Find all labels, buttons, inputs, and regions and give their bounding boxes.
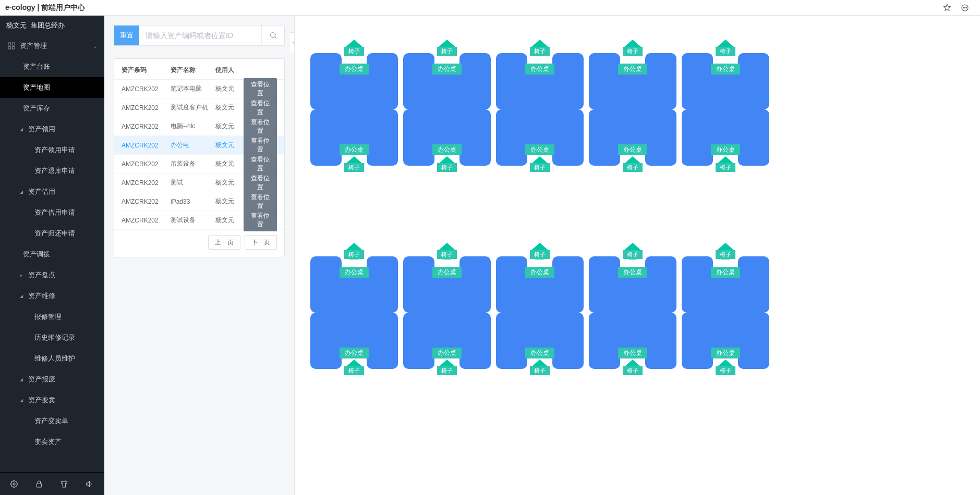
reset-button[interactable]: 重置 — [114, 26, 139, 45]
workstation[interactable]: 椅子办公桌 — [682, 42, 769, 109]
map-canvas[interactable]: 椅子办公桌椅子办公桌椅子办公桌椅子办公桌椅子办公桌椅子办公桌椅子办公桌椅子办公桌… — [294, 16, 980, 495]
workstation[interactable]: 椅子办公桌 — [682, 109, 769, 177]
svg-rect-7 — [12, 46, 15, 49]
desk-label: 办公桌 — [618, 144, 647, 155]
nav-item-2[interactable]: 资产库存 — [0, 98, 104, 119]
volume-icon[interactable] — [84, 479, 94, 489]
nav-item-16[interactable]: ◢资产变卖 — [0, 390, 104, 411]
search-input[interactable] — [139, 26, 261, 45]
workstation[interactable]: 椅子办公桌 — [496, 109, 584, 177]
desk-label: 办公桌 — [340, 348, 369, 358]
caret-down-icon: ◢ — [18, 294, 25, 299]
nav-item-18[interactable]: 变卖资产 — [0, 431, 104, 452]
nav-item-10[interactable]: ▸资产盘点 — [0, 265, 104, 286]
chair-label: 椅子 — [623, 47, 643, 56]
workstation[interactable]: 椅子办公桌 — [403, 42, 491, 109]
nav-item-6[interactable]: ◢资产借用 — [0, 181, 104, 202]
chair-label: 椅子 — [344, 163, 364, 172]
cell-user: 杨文元 — [215, 103, 244, 112]
nav-item-label: 资产领用 — [28, 125, 55, 134]
header-user: 使用人 — [215, 66, 244, 75]
nav-item-15[interactable]: ◢资产报废 — [0, 369, 104, 390]
workstation[interactable]: 椅子办公桌 — [589, 245, 676, 313]
table-row[interactable]: AMZCRK202吊装设备杨文元查看位置 — [114, 155, 284, 174]
desk-label: 办公桌 — [711, 267, 740, 278]
workstation[interactable]: 椅子办公桌 — [403, 245, 491, 313]
svg-point-10 — [270, 33, 275, 38]
chair-label: 椅子 — [344, 366, 364, 375]
workstation[interactable]: 椅子办公桌 — [310, 109, 398, 177]
more-icon[interactable] — [960, 3, 970, 13]
workstation[interactable]: 椅子办公桌 — [403, 313, 491, 380]
workstation[interactable]: 椅子办公桌 — [496, 313, 584, 380]
nav-item-label: 资产维修 — [28, 291, 55, 301]
table-row[interactable]: AMZCRK202测试度客户机杨文元查看位置 — [114, 98, 284, 117]
desk-label: 办公桌 — [711, 144, 740, 155]
cell-name: 测试度客户机 — [171, 103, 215, 112]
table-row[interactable]: AMZCRK202测试杨文元查看位置 — [114, 174, 284, 192]
nav-item-17[interactable]: 资产变卖单 — [0, 411, 104, 431]
nav-item-13[interactable]: 历史维修记录 — [0, 327, 104, 348]
workstation[interactable]: 椅子办公桌 — [682, 245, 769, 313]
table-row[interactable]: AMZCRK202电脑--hlc杨文元查看位置 — [114, 117, 284, 136]
nav-item-8[interactable]: 资产归还申请 — [0, 223, 104, 244]
nav-item-label: 维修人员维护 — [34, 354, 75, 363]
gear-icon[interactable] — [9, 479, 19, 489]
view-location-button[interactable]: 查看位置 — [244, 209, 277, 231]
svg-rect-4 — [8, 43, 11, 45]
nav-item-label: 资产领用申请 — [34, 145, 75, 155]
desk-label: 办公桌 — [340, 144, 369, 155]
svg-rect-9 — [37, 484, 41, 487]
nav-item-label: 资产借用申请 — [34, 208, 75, 217]
nav-item-14[interactable]: 维修人员维护 — [0, 348, 104, 369]
workstation[interactable]: 椅子办公桌 — [496, 42, 584, 109]
window-titlebar: e-cology | 前端用户中心 — [0, 0, 980, 16]
workstation[interactable]: 椅子办公桌 — [589, 109, 676, 177]
desk-label: 办公桌 — [618, 267, 647, 278]
nav-item-4[interactable]: 资产领用申请 — [0, 140, 104, 160]
desk-label: 办公桌 — [525, 144, 554, 155]
window-title: e-cology | 前端用户中心 — [5, 3, 85, 13]
nav-tree: 资产管理 ⌄ 资产台账资产地图资产库存◢资产领用资产领用申请资产退库申请◢资产借… — [0, 35, 104, 472]
workstation[interactable]: 椅子办公桌 — [310, 245, 398, 313]
workstation[interactable]: 椅子办公桌 — [310, 42, 398, 109]
workstation[interactable]: 椅子办公桌 — [589, 42, 676, 109]
search-icon[interactable] — [261, 26, 284, 45]
nav-root-asset-mgmt[interactable]: 资产管理 ⌄ — [0, 35, 104, 56]
nav-item-5[interactable]: 资产退库申请 — [0, 160, 104, 181]
next-page-button[interactable]: 下一页 — [245, 235, 277, 250]
lock-icon[interactable] — [34, 479, 44, 489]
workstation[interactable]: 椅子办公桌 — [310, 313, 398, 380]
chair-label: 椅子 — [437, 250, 457, 259]
nav-item-3[interactable]: ◢资产领用 — [0, 119, 104, 140]
cell-name: 办公电 — [171, 141, 215, 150]
nav-item-label: 资产变卖 — [28, 395, 55, 405]
table-row[interactable]: AMZCRK202笔记本电脑杨文元查看位置 — [114, 80, 284, 98]
nav-item-0[interactable]: 资产台账 — [0, 56, 104, 77]
workstation[interactable]: 椅子办公桌 — [403, 109, 491, 177]
nav-item-12[interactable]: 报修管理 — [0, 306, 104, 327]
svg-point-3 — [966, 7, 966, 8]
workstation[interactable]: 椅子办公桌 — [589, 313, 676, 380]
nav-item-1[interactable]: 资产地图 — [0, 77, 104, 98]
star-icon[interactable] — [942, 3, 952, 13]
table-row[interactable]: AMZCRK202办公电杨文元查看位置 — [114, 136, 284, 155]
chevron-down-icon: ⌄ — [93, 43, 97, 49]
prev-page-button[interactable]: 上一页 — [208, 235, 240, 250]
cell-code: AMZCRK202 — [122, 85, 171, 93]
chair-label: 椅子 — [716, 163, 735, 172]
nav-item-label: 资产归还申请 — [34, 229, 75, 238]
nav-item-label: 资产地图 — [23, 83, 50, 92]
table-row[interactable]: AMZCRK202iPad33杨文元查看位置 — [114, 192, 284, 211]
nav-item-label: 资产台账 — [23, 62, 50, 71]
nav-item-7[interactable]: 资产借用申请 — [0, 202, 104, 223]
desk-label: 办公桌 — [525, 267, 554, 278]
workstation[interactable]: 椅子办公桌 — [496, 245, 584, 313]
workstation[interactable]: 椅子办公桌 — [682, 313, 769, 380]
table-row[interactable]: AMZCRK202测试设备杨文元查看位置 — [114, 211, 284, 230]
nav-item-9[interactable]: 资产调拨 — [0, 244, 104, 265]
nav-item-11[interactable]: ◢资产维修 — [0, 286, 104, 306]
shirt-icon[interactable] — [59, 479, 69, 489]
desk-label: 办公桌 — [432, 64, 462, 75]
cell-code: AMZCRK202 — [122, 160, 171, 168]
